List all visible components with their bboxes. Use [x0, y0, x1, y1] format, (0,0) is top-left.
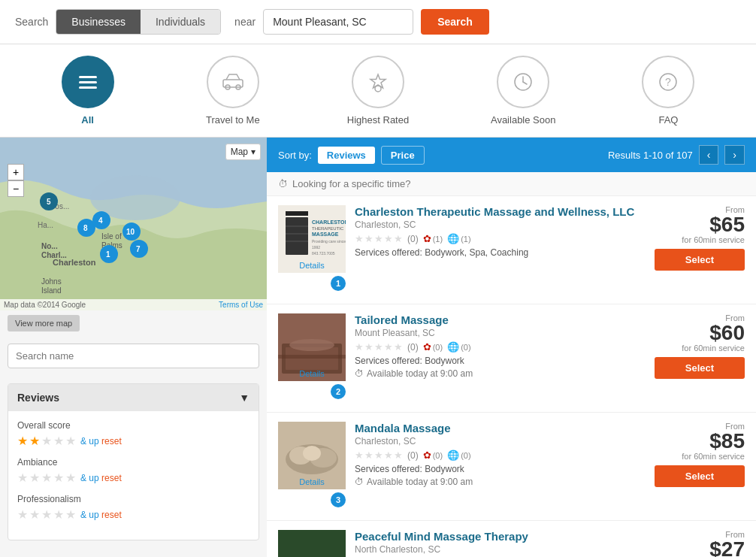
- listing-1-location: Charleston, SC: [355, 219, 646, 230]
- overall-label: Overall score: [17, 420, 249, 431]
- prof-up-reset: & up reset: [80, 510, 122, 520]
- time-notice-text: Looking for a specific time?: [292, 178, 411, 189]
- categories-bar: All Travel to Me Highest Rated: [0, 44, 756, 138]
- ambiance-reset-link[interactable]: reset: [101, 473, 122, 483]
- listing-3-details-link[interactable]: Details: [278, 477, 346, 486]
- prof-star-4: ★: [53, 507, 64, 522]
- search-name-input[interactable]: [8, 344, 259, 368]
- svg-rect-38: [286, 217, 308, 255]
- listing-1-stars: ★ ★ ★ ★ ★: [355, 233, 403, 244]
- category-all-circle: [62, 56, 114, 108]
- yelp-icon-1: ✿: [423, 233, 431, 244]
- prof-star-1: ★: [17, 507, 28, 522]
- map-zoom-controls: + −: [8, 164, 24, 197]
- zoom-in-button[interactable]: +: [8, 164, 24, 180]
- listing-2-location: Mount Pleasant, SC: [355, 328, 646, 338]
- reviews-collapse-icon[interactable]: ▼: [239, 392, 249, 404]
- map-container: Goos... Ha... No... Charl... Isle of Pal…: [0, 138, 267, 310]
- sort-bar: Sort by: Reviews Price Results 1-10 of 1…: [267, 138, 756, 172]
- svg-rect-37: [286, 211, 308, 216]
- listing-2-services: Services offered: Bodywork: [355, 356, 646, 366]
- sort-reviews-button[interactable]: Reviews: [318, 147, 375, 164]
- svg-text:Johns: Johns: [41, 277, 62, 286]
- listing-3-ratings: ★ ★ ★ ★ ★ (0) ✿(0) 🌐(0): [355, 450, 646, 461]
- reviews-body: Overall score ★ ★ ★ ★ ★ & up reset Ambia…: [8, 411, 259, 540]
- listing-1-price: From $65 for 60min service Select: [655, 205, 745, 271]
- listing-3-name[interactable]: Mandala Massage: [355, 422, 646, 434]
- ambiance-row: Ambiance ★ ★ ★ ★ ★ & up reset: [17, 457, 249, 485]
- svg-text:THERAPEUTIC: THERAPEUTIC: [312, 226, 344, 231]
- map-image: Goos... Ha... No... Charl... Isle of Pal…: [0, 138, 267, 310]
- listing-3-yelp: ✿(0): [423, 450, 443, 461]
- overall-stars: ★ ★ ★ ★ ★: [17, 434, 76, 448]
- search-button[interactable]: Search: [421, 9, 489, 35]
- listing-3-info: Mandala Massage Charleston, SC ★ ★ ★ ★ ★…: [355, 422, 646, 487]
- near-label: near: [234, 16, 256, 28]
- sort-price-button[interactable]: Price: [381, 146, 425, 165]
- listing-4-price-value: $27: [655, 539, 745, 557]
- location-input[interactable]: [263, 9, 413, 35]
- category-all[interactable]: All: [15, 56, 160, 126]
- listing-2-price: From $60 for 60min service Select: [655, 313, 745, 379]
- overall-score-row: Overall score ★ ★ ★ ★ ★ & up reset: [17, 420, 249, 448]
- listing-1-select-button[interactable]: Select: [655, 249, 745, 271]
- tab-group: Businesses Individuals: [56, 9, 221, 35]
- listing-2-ratings: ★ ★ ★ ★ ★ (0) ✿(0) 🌐(0): [355, 341, 646, 353]
- map-label: Map: [231, 147, 248, 157]
- tab-individuals[interactable]: Individuals: [141, 10, 220, 34]
- prev-page-button[interactable]: ‹: [699, 145, 719, 165]
- category-faq[interactable]: ? FAQ: [596, 56, 741, 126]
- category-faq-circle: ?: [642, 56, 694, 108]
- zoom-out-button[interactable]: −: [8, 180, 24, 197]
- search-label: Search: [15, 16, 48, 28]
- prof-stars: ★ ★ ★ ★ ★: [17, 507, 76, 522]
- category-highest[interactable]: Highest Rated: [305, 56, 450, 126]
- tab-businesses[interactable]: Businesses: [56, 10, 141, 34]
- map-toolbar[interactable]: Map ▾: [225, 144, 261, 160]
- time-clock-icon: ⏱: [278, 178, 288, 189]
- listing-2-num: 2: [331, 384, 346, 399]
- star-5: ★: [65, 434, 76, 448]
- listing-3-price: From $85 for 60min service Select: [655, 422, 745, 487]
- time-notice: ⏱ Looking for a specific time?: [267, 172, 756, 196]
- listing-2: Details 2 Tailored Massage Mount Pleasan…: [267, 304, 756, 413]
- category-travel[interactable]: Travel to Me: [160, 56, 305, 126]
- listing-2-select-button[interactable]: Select: [655, 357, 745, 379]
- listing-2-name[interactable]: Tailored Massage: [355, 313, 646, 326]
- prof-reset-link[interactable]: reset: [101, 510, 122, 520]
- reviews-header: Reviews ▼: [8, 384, 259, 411]
- listing-3-price-value: $85: [655, 431, 745, 452]
- listing-1-info: Charleston Therapeutic Massage and Welln…: [355, 205, 646, 260]
- listing-3-avail: ⏱ Available today at 9:00 am: [355, 477, 646, 487]
- listing-2-image: Details: [278, 313, 346, 381]
- svg-text:?: ?: [665, 76, 671, 88]
- listing-3-stars: ★ ★ ★ ★ ★: [355, 450, 403, 461]
- listing-3-duration: for 60min service: [655, 452, 745, 461]
- listing-4-price: From $27 for 60min service Select: [655, 530, 745, 557]
- svg-text:1: 1: [106, 250, 110, 259]
- listing-3-select-button[interactable]: Select: [655, 465, 745, 487]
- ambiance-up-reset: & up reset: [80, 473, 122, 483]
- listing-4-name[interactable]: Peaceful Mind Massage Therapy: [355, 530, 646, 543]
- map-footer: Map data ©2014 Google Terms of Use: [0, 299, 267, 310]
- reviews-title: Reviews: [17, 392, 59, 404]
- view-more-map: View more map: [8, 315, 259, 331]
- listing-4: Details 4 Peaceful Mind Massage Therapy …: [267, 521, 756, 557]
- svg-text:Isle of: Isle of: [101, 232, 122, 241]
- listing-1-name[interactable]: Charleston Therapeutic Massage and Welln…: [355, 205, 646, 218]
- svg-line-10: [523, 82, 527, 84]
- svg-rect-0: [79, 76, 97, 78]
- clock-icon: [510, 68, 537, 95]
- listing-2-details-link[interactable]: Details: [278, 369, 346, 378]
- amb-star-3: ★: [41, 471, 52, 485]
- question-icon: ?: [655, 68, 682, 95]
- category-available[interactable]: Available Soon: [451, 56, 596, 126]
- terms-link[interactable]: Terms of Use: [219, 301, 263, 309]
- star-1: ★: [17, 434, 28, 448]
- listing-1-details-link[interactable]: Details: [278, 261, 346, 270]
- overall-stars-row: ★ ★ ★ ★ ★ & up reset: [17, 434, 249, 448]
- view-more-map-button[interactable]: View more map: [8, 315, 80, 331]
- next-page-button[interactable]: ›: [724, 145, 745, 165]
- listing-2-avail: ⏱ Available today at 9:00 am: [355, 368, 646, 379]
- overall-reset-link[interactable]: reset: [101, 436, 122, 447]
